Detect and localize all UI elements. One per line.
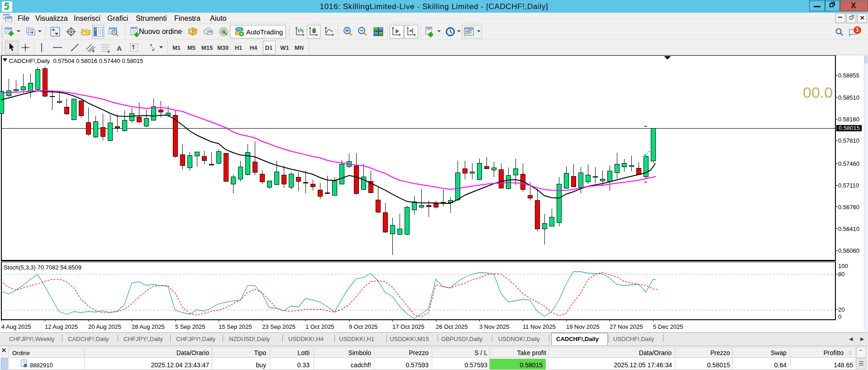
svg-text:E: E (92, 49, 95, 53)
svg-text:F: F (108, 50, 110, 53)
